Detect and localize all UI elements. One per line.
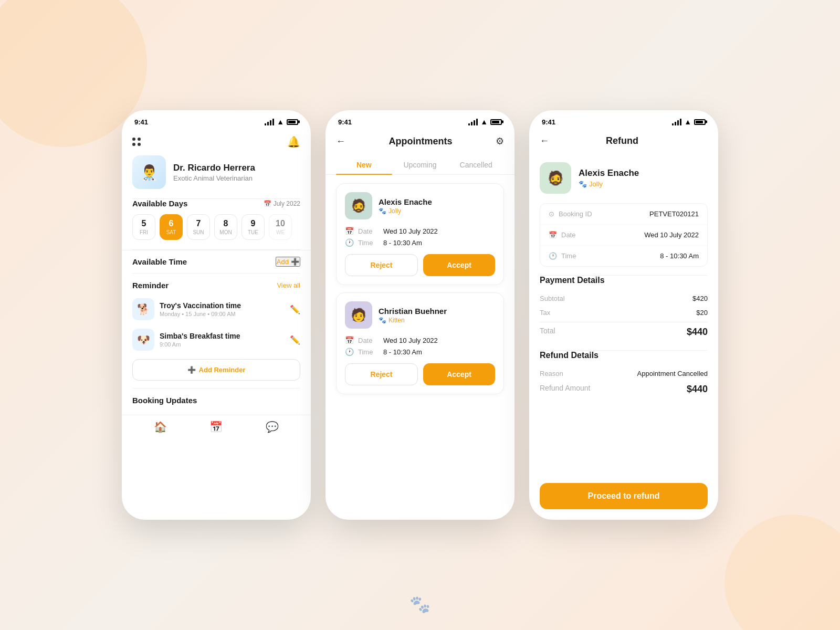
add-time-button[interactable]: Add ➕ xyxy=(276,257,300,267)
refund-user-pet: 🐾 Jolly xyxy=(579,180,639,188)
back-button-refund[interactable]: ← xyxy=(540,135,549,146)
appointments-header: ← Appointments ⚙ xyxy=(326,130,514,155)
appt2-avatar: 🧑 xyxy=(345,301,372,329)
booking-updates-section: Booking Updates xyxy=(122,388,311,411)
reminder-label: Reminder xyxy=(132,281,169,290)
menu-icon[interactable] xyxy=(132,138,141,146)
reject-button-1[interactable]: Reject xyxy=(345,254,418,276)
signal-icon-3 xyxy=(672,119,681,125)
reminder-troy-edit-icon[interactable]: ✏️ xyxy=(290,304,300,314)
battery-icon-1 xyxy=(287,119,298,125)
nav-home[interactable]: 🏠 xyxy=(154,421,167,433)
appt2-actions: Reject Accept xyxy=(345,363,495,385)
reminder-troy-title: Troy's Vaccination time xyxy=(160,301,285,310)
status-icons-2: ▲ xyxy=(468,118,502,126)
doctor-info: Dr. Ricardo Herrera Exotic Animal Veteri… xyxy=(173,163,255,182)
proceed-to-refund-button[interactable]: Proceed to refund xyxy=(540,483,708,509)
payment-section: Payment Details Subtotal $420 Tax $20 To… xyxy=(529,276,718,350)
view-all-link[interactable]: View all xyxy=(277,281,300,289)
appt2-date-row: 📅 Date Wed 10 July 2022 xyxy=(345,336,495,344)
reject-button-2[interactable]: Reject xyxy=(345,363,418,385)
appt1-name: Alexis Enache xyxy=(379,197,432,206)
tab-cancelled[interactable]: Cancelled xyxy=(448,155,504,174)
tax-value: $20 xyxy=(696,309,708,317)
reminder-simba-info: Simba's Breakfast time 9:00 Am xyxy=(160,332,285,348)
signal-icon-1 xyxy=(265,119,274,125)
filter-icon[interactable]: ⚙ xyxy=(496,135,504,147)
tab-upcoming[interactable]: Upcoming xyxy=(392,155,448,174)
refund-details-title: Refund Details xyxy=(540,351,708,360)
status-time-3: 9:41 xyxy=(542,118,555,126)
paw-icon-2: 🐾 xyxy=(379,317,386,324)
refund-user-info: Alexis Enache 🐾 Jolly xyxy=(579,168,639,188)
day-9[interactable]: 9 TUE xyxy=(242,214,265,240)
reminder-troy: 🐕 Troy's Vaccination time Monday • 15 Ju… xyxy=(132,294,300,324)
available-time-section: Available Time Add ➕ xyxy=(122,250,311,273)
accept-button-1[interactable]: Accept xyxy=(423,254,495,276)
appt1-user: 🧔 Alexis Enache 🐾 Jolly xyxy=(345,192,495,219)
nav-chat[interactable]: 💬 xyxy=(266,421,279,433)
appt1-avatar: 🧔 xyxy=(345,192,372,219)
subtotal-value: $420 xyxy=(692,295,708,302)
calendar-detail-icon-2: 📅 xyxy=(345,336,354,344)
phone-dashboard: 9:41 ▲ 🔔 👨‍ xyxy=(122,110,311,520)
available-time-label: Available Time xyxy=(132,257,187,266)
accept-button-2[interactable]: Accept xyxy=(423,363,495,385)
day-10[interactable]: 10 WE xyxy=(269,214,292,240)
booking-id-label: ⊙ Booking ID xyxy=(549,210,592,218)
status-icons-1: ▲ xyxy=(265,118,298,126)
calendar-section: Available Days 📅 July 2022 5 FRI 6 SAT xyxy=(122,199,311,249)
tax-row: Tax $20 xyxy=(540,306,708,320)
appt1-date-row: 📅 Date Wed 10 July 2022 xyxy=(345,227,495,235)
paw-icon-refund: 🐾 xyxy=(579,180,587,188)
booking-id-row: ⊙ Booking ID PETVET020121 xyxy=(540,204,707,225)
reminder-troy-thumb: 🐕 xyxy=(132,298,154,320)
phone-refund: 9:41 ▲ ← Refund 🧔 xyxy=(529,110,718,520)
appt1-actions: Reject Accept xyxy=(345,254,495,276)
booking-time-row: 🕐 Time 8 - 10:30 Am xyxy=(540,246,707,266)
phone1-header: 🔔 xyxy=(122,130,311,155)
notification-icon[interactable]: 🔔 xyxy=(287,135,300,148)
battery-icon-3 xyxy=(694,119,706,125)
appt2-details: 📅 Date Wed 10 July 2022 🕐 Time 8 - 10:30… xyxy=(345,336,495,356)
day-8[interactable]: 8 MON xyxy=(214,214,237,240)
nav-calendar[interactable]: 📅 xyxy=(209,421,223,433)
booking-date-label: 📅 Date xyxy=(549,231,575,239)
status-time-1: 9:41 xyxy=(134,118,148,126)
back-button-appointments[interactable]: ← xyxy=(336,136,345,147)
day-7[interactable]: 7 SUN xyxy=(187,214,210,240)
refund-details-section: Refund Details Reason Appointment Cancel… xyxy=(529,351,718,406)
reason-row: Reason Appointment Cancelled xyxy=(540,366,708,381)
reminder-simba-meta: 9:00 Am xyxy=(160,341,285,348)
appt2-pet: 🐾 Kitten xyxy=(379,317,447,324)
paw-icon-1: 🐾 xyxy=(379,207,386,215)
appointment-card-1: 🧔 Alexis Enache 🐾 Jolly 📅 Date Wed 10 Ju… xyxy=(336,183,504,285)
appt2-info: Christian Buehner 🐾 Kitten xyxy=(379,307,447,324)
total-value: $440 xyxy=(687,327,708,338)
refund-user-avatar: 🧔 xyxy=(540,162,571,194)
total-row: Total $440 xyxy=(540,322,708,342)
status-icons-3: ▲ xyxy=(672,118,706,126)
signal-icon-2 xyxy=(468,119,478,125)
home-icon: 🏠 xyxy=(154,421,167,433)
total-label: Total xyxy=(540,327,555,338)
booking-date-value: Wed 10 July 2022 xyxy=(644,231,699,239)
time-icon: 🕐 xyxy=(549,252,557,260)
reason-value: Appointment Cancelled xyxy=(637,370,708,377)
status-bar-3: 9:41 ▲ xyxy=(529,110,718,130)
phones-container: 9:41 ▲ 🔔 👨‍ xyxy=(122,110,718,520)
reminder-simba-edit-icon[interactable]: ✏️ xyxy=(290,335,300,345)
appt1-pet: 🐾 Jolly xyxy=(379,207,432,215)
add-reminder-button[interactable]: ➕ Add Reminder xyxy=(132,359,300,381)
chat-icon: 💬 xyxy=(266,421,279,433)
doctor-card: 👨‍⚕️ Dr. Ricardo Herrera Exotic Animal V… xyxy=(122,155,311,198)
day-6[interactable]: 6 SAT xyxy=(160,214,183,240)
booking-time-label: 🕐 Time xyxy=(549,252,576,260)
tab-new[interactable]: New xyxy=(336,155,392,174)
appt2-time-row: 🕐 Time 8 - 10:30 Am xyxy=(345,348,495,356)
appt1-time-row: 🕐 Time 8 - 10:30 Am xyxy=(345,238,495,247)
reminder-troy-info: Troy's Vaccination time Monday • 15 June… xyxy=(160,301,285,317)
reminder-section: Reminder View all 🐕 Troy's Vaccination t… xyxy=(122,274,311,388)
appointments-tabs: New Upcoming Cancelled xyxy=(326,155,514,175)
day-5[interactable]: 5 FRI xyxy=(132,214,155,240)
